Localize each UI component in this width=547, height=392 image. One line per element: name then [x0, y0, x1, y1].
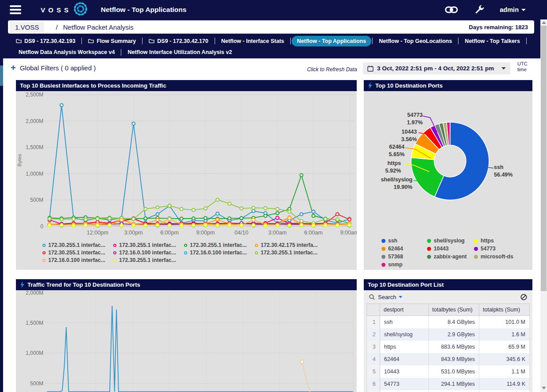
legend-item[interactable]: 172.16.0.100 interfac...	[42, 257, 113, 263]
scrollbar-up-arrow[interactable]	[542, 21, 546, 24]
refresh-data-hint[interactable]: Click to Refresh Data	[251, 66, 357, 73]
data-point[interactable]	[324, 217, 327, 220]
data-point[interactable]	[216, 224, 219, 227]
data-point[interactable]	[336, 224, 339, 227]
admin-user-menu[interactable]: admin	[500, 6, 526, 13]
scrollbar-down-arrow[interactable]	[542, 387, 546, 389]
tab-netflow-top-talkers[interactable]: Netflow - Top Talkers	[459, 36, 525, 46]
data-point[interactable]	[168, 217, 171, 220]
data-point[interactable]	[204, 207, 207, 210]
data-point[interactable]	[300, 360, 304, 363]
table-row[interactable]: 6 54773 294.1 MBytes 114.9 K	[367, 378, 530, 390]
data-point[interactable]	[240, 217, 243, 220]
data-point[interactable]	[240, 224, 243, 227]
data-point[interactable]	[132, 217, 135, 220]
data-point[interactable]	[288, 224, 291, 227]
data-point[interactable]	[96, 217, 99, 220]
data-point[interactable]	[84, 224, 87, 227]
data-point[interactable]	[276, 224, 279, 227]
data-point[interactable]	[228, 224, 231, 227]
tab-netflow-interface-utilization-analysis-v2[interactable]: Netflow Interface Utilization Analysis v…	[122, 47, 237, 58]
data-point[interactable]	[156, 219, 159, 222]
legend-item[interactable]: 54773	[474, 246, 532, 252]
data-point[interactable]	[252, 219, 255, 222]
data-point[interactable]	[180, 208, 183, 211]
legend-item[interactable]: 172.30.255.1 interfac...	[184, 242, 255, 248]
table-search-control[interactable]: Search	[364, 290, 532, 304]
data-point[interactable]	[204, 217, 207, 220]
data-point[interactable]	[144, 208, 147, 211]
legend-item[interactable]: snmp	[381, 261, 427, 268]
tools-wrench-icon[interactable]	[473, 4, 485, 15]
data-point[interactable]	[216, 198, 219, 201]
data-point[interactable]	[180, 224, 183, 227]
share-link-icon[interactable]	[445, 5, 458, 15]
data-point[interactable]	[120, 219, 123, 222]
clear-filter-icon[interactable]	[520, 294, 527, 300]
data-point[interactable]	[240, 207, 243, 210]
data-point[interactable]	[48, 224, 51, 227]
data-point[interactable]	[300, 174, 303, 177]
data-point[interactable]	[60, 104, 63, 107]
data-point[interactable]	[96, 224, 99, 227]
data-point[interactable]	[168, 224, 171, 227]
data-point[interactable]	[168, 204, 171, 208]
tab-netflow-top-applications[interactable]: Netflow - Top Applications	[292, 36, 371, 46]
data-point[interactable]	[288, 216, 291, 219]
data-point[interactable]	[336, 213, 339, 216]
data-point[interactable]	[300, 223, 303, 227]
data-point[interactable]	[204, 223, 207, 227]
hamburger-menu-icon[interactable]	[10, 4, 21, 16]
legend-item[interactable]: 172.16.0.100 interfac...	[113, 250, 184, 256]
data-point[interactable]	[300, 213, 303, 216]
legend-item[interactable]: 172.16.0.100 interfac...	[184, 250, 255, 256]
table-row[interactable]: 2 shell/syslog 2.9 GBytes 1.6 M	[367, 328, 530, 341]
data-point[interactable]	[228, 217, 231, 220]
legend-item[interactable]: 57368	[381, 254, 427, 260]
column-header[interactable]: totalpkts (Sum)	[479, 304, 530, 316]
data-point[interactable]	[348, 218, 351, 221]
data-point[interactable]	[72, 217, 75, 220]
data-point[interactable]	[276, 216, 279, 219]
tab-netflow-top-geolocations[interactable]: Netflow - Top GeoLocations	[374, 36, 457, 46]
legend-item[interactable]: ssh	[381, 238, 427, 244]
data-point[interactable]	[60, 218, 63, 221]
data-point[interactable]	[156, 206, 159, 209]
data-point[interactable]	[180, 217, 183, 220]
page-scrollbar-thumb[interactable]	[541, 26, 547, 291]
data-point[interactable]	[216, 212, 219, 215]
data-point[interactable]	[132, 122, 135, 125]
tab-ds9-172-30-42-170[interactable]: DS9 - 172.30.42.170	[143, 36, 213, 46]
left-scrollbar-thumb[interactable]	[0, 65, 3, 86]
data-point[interactable]	[336, 218, 339, 221]
data-point[interactable]	[108, 223, 111, 227]
data-point[interactable]	[348, 223, 351, 227]
data-point[interactable]	[300, 219, 303, 223]
left-scrollbar-track[interactable]	[0, 58, 3, 392]
table-row[interactable]: 7 57368 289.0 MBytes 104.1 K	[367, 390, 530, 392]
legend-item[interactable]: 172.30.255.1 interfac...	[255, 250, 327, 256]
data-point[interactable]	[312, 224, 315, 227]
data-point[interactable]	[144, 224, 147, 227]
data-point[interactable]	[48, 217, 51, 220]
legend-item[interactable]: 62464	[381, 246, 427, 252]
data-point[interactable]	[156, 213, 159, 216]
date-range-picker[interactable]: 3 Oct, 2022 2:51 pm - 4 Oct, 2022 2:51 p…	[363, 62, 510, 74]
data-point[interactable]	[120, 224, 123, 227]
legend-item[interactable]: 10443	[427, 246, 474, 252]
table-row[interactable]: 5 10443 531.0 MBytes 1.1 M	[367, 365, 530, 378]
data-point[interactable]	[60, 223, 63, 227]
data-point[interactable]	[312, 210, 315, 213]
data-point[interactable]	[108, 217, 111, 220]
data-point[interactable]	[216, 218, 219, 221]
data-point[interactable]	[84, 218, 87, 221]
legend-item[interactable]: microsoft-ds	[474, 254, 532, 260]
legend-item[interactable]: 172.30.255.1 interfac...	[42, 242, 113, 248]
data-point[interactable]	[276, 208, 279, 211]
data-point[interactable]	[312, 214, 315, 217]
data-point[interactable]	[132, 224, 135, 227]
data-point[interactable]	[72, 224, 75, 227]
data-point[interactable]	[324, 224, 327, 227]
legend-item[interactable]: 172.30.255.1 interfac...	[113, 242, 184, 248]
legend-item[interactable]: 172.30.255.1 interfac...	[42, 250, 113, 256]
